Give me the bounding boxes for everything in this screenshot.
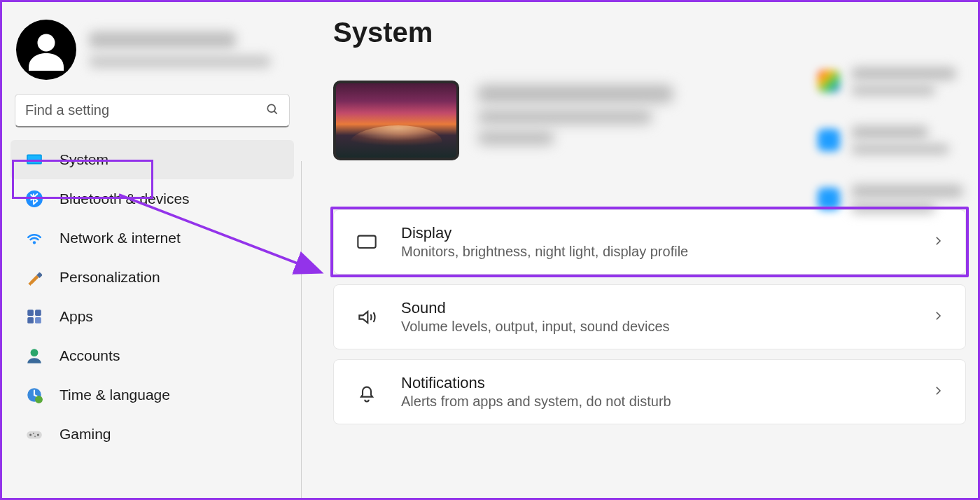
- svg-point-17: [34, 436, 36, 437]
- system-settings-list: Display Monitors, brightness, night ligh…: [333, 209, 966, 424]
- sidebar-item-apps[interactable]: Apps: [10, 297, 294, 336]
- device-wallpaper-thumbnail[interactable]: [333, 81, 459, 160]
- svg-point-12: [35, 396, 43, 403]
- settings-card-display[interactable]: Display Monitors, brightness, night ligh…: [333, 209, 966, 275]
- sidebar-item-time-language[interactable]: Time & language: [10, 375, 294, 415]
- svg-point-14: [29, 434, 31, 436]
- svg-point-1: [267, 104, 275, 112]
- chevron-right-icon: [932, 310, 944, 325]
- sound-icon: [355, 305, 379, 329]
- person-icon: [25, 29, 67, 71]
- search-icon: [265, 102, 279, 119]
- sidebar-item-label: Accounts: [59, 347, 120, 364]
- sidebar-item-label: Personalization: [59, 269, 160, 286]
- sidebar-item-accounts[interactable]: Accounts: [10, 336, 294, 375]
- svg-rect-4: [28, 155, 41, 163]
- svg-rect-6: [27, 310, 34, 316]
- svg-point-0: [38, 34, 55, 52]
- card-title: Notifications: [401, 374, 909, 392]
- sidebar-item-label: Apps: [59, 308, 93, 325]
- gamepad-icon: [24, 424, 44, 444]
- bell-icon: [355, 380, 379, 404]
- wifi-icon: [24, 228, 44, 248]
- quick-links-redacted: [818, 67, 963, 213]
- settings-card-notifications[interactable]: Notifications Alerts from apps and syste…: [333, 359, 966, 424]
- chevron-right-icon: [932, 235, 944, 250]
- sidebar-item-network[interactable]: Network & internet: [10, 218, 294, 258]
- sidebar-item-label: Bluetooth & devices: [59, 190, 190, 207]
- sidebar-item-label: Network & internet: [59, 230, 181, 246]
- accounts-icon: [24, 346, 44, 366]
- card-subtitle: Alerts from apps and system, do not dist…: [401, 394, 909, 410]
- svg-rect-7: [35, 310, 41, 316]
- sidebar-item-label: Time & language: [59, 387, 170, 403]
- sidebar-item-label: System: [59, 151, 108, 168]
- user-text-redacted: [89, 32, 288, 68]
- card-subtitle: Volume levels, output, input, sound devi…: [401, 319, 909, 335]
- sidebar-item-personalization[interactable]: Personalization: [10, 258, 294, 297]
- card-subtitle: Monitors, brightness, night light, displ…: [401, 244, 909, 260]
- svg-point-16: [33, 433, 34, 434]
- apps-icon: [24, 307, 44, 326]
- avatar: [16, 20, 76, 80]
- bluetooth-icon: [24, 189, 44, 209]
- system-icon: [24, 150, 44, 169]
- page-title: System: [333, 17, 966, 48]
- display-icon: [355, 230, 379, 254]
- chevron-right-icon: [932, 384, 944, 400]
- search-input[interactable]: [25, 102, 265, 118]
- search-input-wrapper[interactable]: [15, 94, 290, 127]
- sidebar-item-system[interactable]: System: [10, 140, 294, 179]
- sidebar-item-label: Gaming: [59, 426, 111, 443]
- svg-rect-9: [35, 317, 41, 324]
- sidebar-item-gaming[interactable]: Gaming: [10, 415, 294, 454]
- svg-line-2: [274, 111, 277, 113]
- card-title: Display: [401, 224, 909, 242]
- sidebar-item-bluetooth[interactable]: Bluetooth & devices: [10, 179, 294, 218]
- settings-sidebar: System Bluetooth & devices Network & int…: [0, 0, 301, 500]
- main-content: System Display Monitors, brightness, n: [301, 0, 980, 500]
- user-account-header[interactable]: [10, 14, 294, 94]
- settings-nav: System Bluetooth & devices Network & int…: [10, 140, 294, 454]
- svg-rect-18: [358, 235, 375, 247]
- card-title: Sound: [401, 299, 909, 317]
- paintbrush-icon: [24, 268, 44, 287]
- svg-point-15: [37, 434, 39, 436]
- clock-globe-icon: [24, 385, 44, 405]
- svg-point-10: [31, 349, 38, 356]
- svg-rect-13: [27, 431, 42, 439]
- settings-card-sound[interactable]: Sound Volume levels, output, input, soun…: [333, 284, 966, 349]
- device-name-redacted: [477, 81, 673, 145]
- svg-rect-8: [27, 317, 34, 324]
